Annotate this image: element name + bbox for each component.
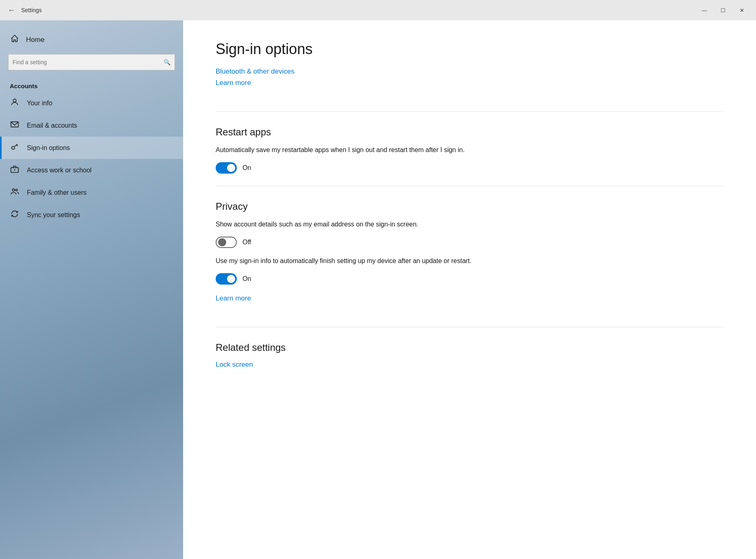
privacy-description-2: Use my sign-in info to automatically fin…: [216, 256, 492, 266]
sidebar-item-home[interactable]: Home: [0, 28, 183, 51]
sidebar-item-email-accounts[interactable]: Email & accounts: [0, 114, 183, 137]
svg-point-5: [13, 189, 15, 191]
restart-apps-description: Automatically save my restartable apps w…: [216, 145, 492, 155]
briefcase-icon: [10, 165, 20, 176]
sidebar: Home 🔍 Accounts Your info: [0, 20, 183, 559]
family-users-label: Family & other users: [27, 189, 87, 196]
divider-1: [216, 111, 723, 112]
window-controls: — ☐ ✕: [695, 0, 751, 20]
your-info-label: Your info: [27, 100, 52, 107]
content-area: Sign-in options Bluetooth & other device…: [183, 20, 756, 559]
search-box[interactable]: 🔍: [8, 54, 175, 70]
learn-more-link-2[interactable]: Learn more: [216, 294, 251, 302]
sign-in-options-label: Sign-in options: [27, 144, 70, 152]
close-button[interactable]: ✕: [732, 0, 751, 20]
back-button[interactable]: ←: [5, 4, 18, 17]
restart-apps-title: Restart apps: [216, 126, 723, 138]
people-icon: [10, 187, 20, 198]
privacy-title: Privacy: [216, 201, 723, 212]
sidebar-item-family-users[interactable]: Family & other users: [0, 181, 183, 204]
home-icon: [10, 34, 20, 45]
privacy-toggle-1[interactable]: [216, 237, 237, 248]
divider-3: [216, 327, 723, 327]
sync-settings-label: Sync your settings: [27, 211, 80, 219]
related-settings-title: Related settings: [216, 342, 723, 353]
title-bar: ← Settings — ☐ ✕: [0, 0, 756, 20]
restart-apps-toggle-row: On: [216, 162, 723, 174]
main-container: Home 🔍 Accounts Your info: [0, 20, 756, 559]
svg-point-0: [13, 99, 16, 102]
sidebar-item-sync-settings[interactable]: Sync your settings: [0, 204, 183, 226]
search-input[interactable]: [13, 59, 164, 65]
svg-point-6: [15, 189, 17, 191]
key-icon: [10, 142, 20, 153]
sidebar-item-your-info[interactable]: Your info: [0, 92, 183, 114]
email-accounts-label: Email & accounts: [27, 122, 77, 129]
app-title: Settings: [21, 7, 42, 13]
sidebar-item-access-work[interactable]: Access work or school: [0, 159, 183, 181]
maximize-button[interactable]: ☐: [714, 0, 732, 20]
privacy-toggle-1-label: Off: [243, 239, 251, 246]
privacy-toggle-2-row: On: [216, 273, 723, 285]
learn-more-link-1[interactable]: Learn more: [216, 79, 251, 87]
access-work-label: Access work or school: [27, 167, 92, 174]
page-title: Sign-in options: [216, 41, 723, 58]
divider-2: [216, 186, 723, 186]
svg-point-2: [12, 146, 15, 149]
lock-screen-link[interactable]: Lock screen: [216, 361, 253, 369]
search-icon[interactable]: 🔍: [164, 59, 170, 65]
home-label: Home: [26, 36, 44, 44]
email-icon: [10, 120, 20, 131]
minimize-button[interactable]: —: [695, 0, 714, 20]
privacy-description-1: Show account details such as my email ad…: [216, 220, 492, 229]
person-icon: [10, 98, 20, 109]
restart-apps-toggle-label: On: [243, 164, 251, 172]
privacy-toggle-1-row: Off: [216, 237, 723, 248]
sidebar-item-sign-in-options[interactable]: Sign-in options: [0, 137, 183, 159]
restart-apps-toggle[interactable]: [216, 162, 237, 174]
privacy-toggle-2[interactable]: [216, 273, 237, 285]
sidebar-section-label: Accounts: [0, 78, 183, 92]
bluetooth-devices-link[interactable]: Bluetooth & other devices: [216, 67, 295, 76]
privacy-toggle-2-knob: [227, 275, 235, 283]
privacy-toggle-1-knob: [218, 238, 226, 246]
restart-apps-toggle-knob: [227, 164, 235, 172]
sync-icon: [10, 209, 20, 220]
privacy-toggle-2-label: On: [243, 275, 251, 283]
